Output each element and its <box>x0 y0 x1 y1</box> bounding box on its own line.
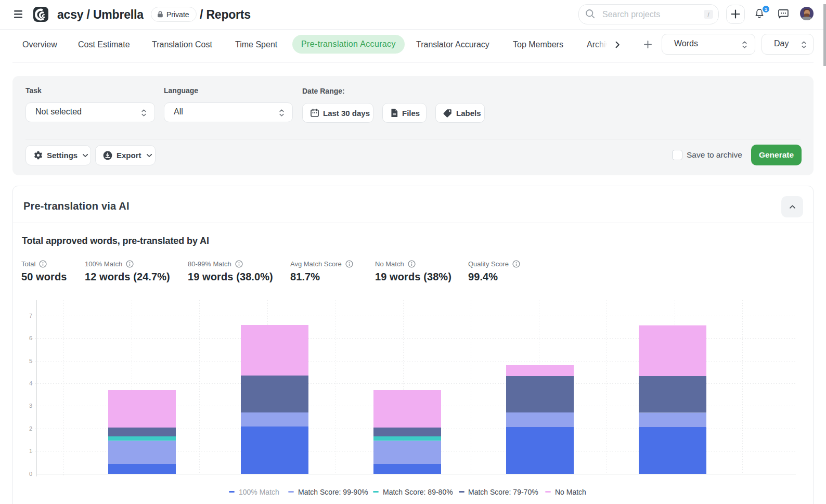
svg-text:7: 7 <box>29 313 32 319</box>
svg-text:3: 3 <box>29 403 32 409</box>
svg-text:2: 2 <box>29 425 32 432</box>
svg-text:4: 4 <box>29 380 32 386</box>
svg-text:Match Score: 79-70%: Match Score: 79-70% <box>468 488 538 496</box>
svg-text:6: 6 <box>29 335 32 341</box>
svg-text:100% Match: 100% Match <box>239 488 279 496</box>
svg-text:0: 0 <box>29 471 32 477</box>
svg-text:Match Score: 89-80%: Match Score: 89-80% <box>383 488 453 496</box>
svg-text:1: 1 <box>29 448 32 454</box>
svg-text:No Match: No Match <box>555 488 586 496</box>
svg-text:5: 5 <box>29 358 32 364</box>
svg-text:Match Score: 99-90%: Match Score: 99-90% <box>298 488 368 496</box>
